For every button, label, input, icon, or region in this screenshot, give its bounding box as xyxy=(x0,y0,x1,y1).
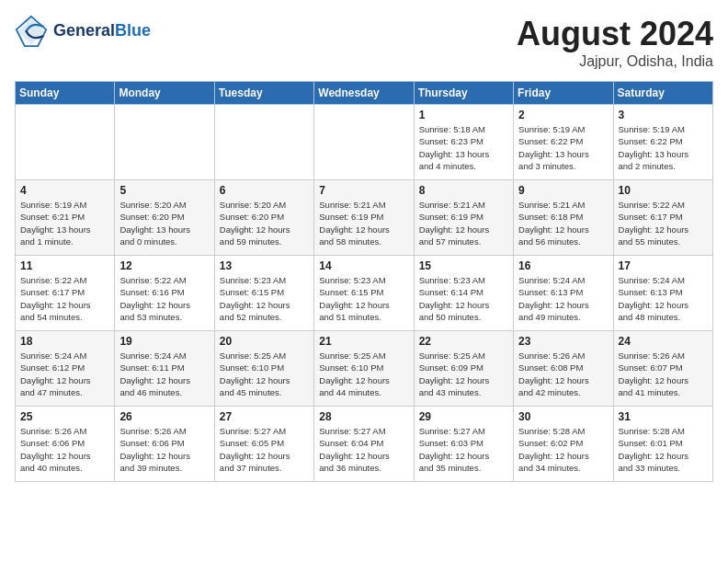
location: Jajpur, Odisha, India xyxy=(517,53,713,70)
calendar-body: 1Sunrise: 5:18 AMSunset: 6:23 PMDaylight… xyxy=(16,105,713,482)
day-number: 15 xyxy=(419,259,508,272)
header-row: SundayMondayTuesdayWednesdayThursdayFrid… xyxy=(16,82,713,105)
calendar-cell: 22Sunrise: 5:25 AMSunset: 6:09 PMDayligh… xyxy=(414,331,513,407)
day-info: Sunrise: 5:28 AMSunset: 6:02 PMDaylight:… xyxy=(518,425,608,474)
day-info: Sunrise: 5:21 AMSunset: 6:19 PMDaylight:… xyxy=(319,199,408,247)
day-number: 21 xyxy=(319,335,408,348)
day-number: 16 xyxy=(518,259,608,272)
calendar-cell xyxy=(115,105,214,180)
day-number: 31 xyxy=(619,410,708,423)
day-number: 18 xyxy=(20,335,109,348)
day-info: Sunrise: 5:25 AMSunset: 6:10 PMDaylight:… xyxy=(220,350,309,398)
week-row: 11Sunrise: 5:22 AMSunset: 6:17 PMDayligh… xyxy=(16,256,713,331)
day-info: Sunrise: 5:27 AMSunset: 6:03 PMDaylight:… xyxy=(419,425,508,474)
calendar-cell: 20Sunrise: 5:25 AMSunset: 6:10 PMDayligh… xyxy=(214,331,313,407)
week-row: 1Sunrise: 5:18 AMSunset: 6:23 PMDaylight… xyxy=(16,105,713,180)
day-number: 9 xyxy=(518,184,608,197)
day-number: 12 xyxy=(119,259,209,272)
day-info: Sunrise: 5:20 AMSunset: 6:20 PMDaylight:… xyxy=(220,199,309,247)
calendar-cell: 30Sunrise: 5:28 AMSunset: 6:02 PMDayligh… xyxy=(514,407,613,482)
day-info: Sunrise: 5:19 AMSunset: 6:22 PMDaylight:… xyxy=(619,123,708,172)
calendar-cell: 13Sunrise: 5:23 AMSunset: 6:15 PMDayligh… xyxy=(214,256,313,331)
day-info: Sunrise: 5:24 AMSunset: 6:13 PMDaylight:… xyxy=(619,274,708,323)
day-number: 11 xyxy=(20,259,109,272)
day-info: Sunrise: 5:19 AMSunset: 6:21 PMDaylight:… xyxy=(20,199,109,247)
day-info: Sunrise: 5:24 AMSunset: 6:13 PMDaylight:… xyxy=(518,274,608,323)
day-info: Sunrise: 5:28 AMSunset: 6:01 PMDaylight:… xyxy=(619,425,708,474)
day-number: 1 xyxy=(419,109,508,121)
day-number: 25 xyxy=(20,410,109,423)
calendar-cell: 27Sunrise: 5:27 AMSunset: 6:05 PMDayligh… xyxy=(214,407,313,482)
calendar-cell: 3Sunrise: 5:19 AMSunset: 6:22 PMDaylight… xyxy=(613,105,712,180)
day-info: Sunrise: 5:24 AMSunset: 6:12 PMDaylight:… xyxy=(20,350,109,398)
day-info: Sunrise: 5:26 AMSunset: 6:07 PMDaylight:… xyxy=(619,350,708,398)
calendar-cell: 5Sunrise: 5:20 AMSunset: 6:20 PMDaylight… xyxy=(115,180,214,256)
day-number: 5 xyxy=(119,184,209,197)
col-header-sunday: Sunday xyxy=(16,82,115,105)
calendar-cell xyxy=(16,105,115,180)
day-number: 2 xyxy=(518,109,608,121)
day-number: 10 xyxy=(619,184,708,197)
calendar-cell: 17Sunrise: 5:24 AMSunset: 6:13 PMDayligh… xyxy=(613,256,712,331)
calendar-cell: 4Sunrise: 5:19 AMSunset: 6:21 PMDaylight… xyxy=(16,180,115,256)
calendar-cell: 9Sunrise: 5:21 AMSunset: 6:18 PMDaylight… xyxy=(514,180,613,256)
calendar-cell: 16Sunrise: 5:24 AMSunset: 6:13 PMDayligh… xyxy=(514,256,613,331)
day-info: Sunrise: 5:23 AMSunset: 6:15 PMDaylight:… xyxy=(220,274,309,323)
col-header-wednesday: Wednesday xyxy=(314,82,414,105)
day-number: 17 xyxy=(619,259,708,272)
calendar-cell: 8Sunrise: 5:21 AMSunset: 6:19 PMDaylight… xyxy=(414,180,513,256)
day-info: Sunrise: 5:22 AMSunset: 6:17 PMDaylight:… xyxy=(619,199,708,247)
calendar-header: SundayMondayTuesdayWednesdayThursdayFrid… xyxy=(16,82,713,105)
calendar-cell: 14Sunrise: 5:23 AMSunset: 6:15 PMDayligh… xyxy=(314,256,414,331)
day-info: Sunrise: 5:21 AMSunset: 6:18 PMDaylight:… xyxy=(518,199,608,247)
day-number: 27 xyxy=(220,410,309,423)
week-row: 18Sunrise: 5:24 AMSunset: 6:12 PMDayligh… xyxy=(16,331,713,407)
week-row: 4Sunrise: 5:19 AMSunset: 6:21 PMDaylight… xyxy=(16,180,713,256)
calendar-cell xyxy=(214,105,313,180)
day-info: Sunrise: 5:19 AMSunset: 6:22 PMDaylight:… xyxy=(518,123,608,172)
calendar-cell: 11Sunrise: 5:22 AMSunset: 6:17 PMDayligh… xyxy=(16,256,115,331)
day-number: 6 xyxy=(220,184,309,197)
logo-icon xyxy=(15,15,48,48)
day-info: Sunrise: 5:27 AMSunset: 6:04 PMDaylight:… xyxy=(319,425,408,474)
calendar-cell: 28Sunrise: 5:27 AMSunset: 6:04 PMDayligh… xyxy=(314,407,414,482)
calendar-cell xyxy=(314,105,414,180)
day-info: Sunrise: 5:22 AMSunset: 6:17 PMDaylight:… xyxy=(20,274,109,323)
calendar-cell: 1Sunrise: 5:18 AMSunset: 6:23 PMDaylight… xyxy=(414,105,513,180)
day-info: Sunrise: 5:23 AMSunset: 6:15 PMDaylight:… xyxy=(319,274,408,323)
calendar-cell: 7Sunrise: 5:21 AMSunset: 6:19 PMDaylight… xyxy=(314,180,414,256)
calendar-cell: 2Sunrise: 5:19 AMSunset: 6:22 PMDaylight… xyxy=(514,105,613,180)
day-number: 29 xyxy=(419,410,508,423)
day-number: 13 xyxy=(220,259,309,272)
calendar-cell: 12Sunrise: 5:22 AMSunset: 6:16 PMDayligh… xyxy=(115,256,214,331)
day-number: 4 xyxy=(20,184,109,197)
day-number: 14 xyxy=(319,259,408,272)
day-info: Sunrise: 5:27 AMSunset: 6:05 PMDaylight:… xyxy=(220,425,309,474)
calendar-table: SundayMondayTuesdayWednesdayThursdayFrid… xyxy=(15,81,713,482)
day-info: Sunrise: 5:25 AMSunset: 6:10 PMDaylight:… xyxy=(319,350,408,398)
month-year: August 2024 xyxy=(517,15,713,53)
day-info: Sunrise: 5:21 AMSunset: 6:19 PMDaylight:… xyxy=(419,199,508,247)
calendar-cell: 10Sunrise: 5:22 AMSunset: 6:17 PMDayligh… xyxy=(613,180,712,256)
logo: GeneralBlue xyxy=(15,15,151,48)
col-header-friday: Friday xyxy=(514,82,613,105)
calendar-cell: 21Sunrise: 5:25 AMSunset: 6:10 PMDayligh… xyxy=(314,331,414,407)
day-number: 28 xyxy=(319,410,408,423)
day-info: Sunrise: 5:25 AMSunset: 6:09 PMDaylight:… xyxy=(419,350,508,398)
calendar-cell: 6Sunrise: 5:20 AMSunset: 6:20 PMDaylight… xyxy=(214,180,313,256)
col-header-tuesday: Tuesday xyxy=(214,82,313,105)
day-number: 20 xyxy=(220,335,309,348)
calendar-cell: 25Sunrise: 5:26 AMSunset: 6:06 PMDayligh… xyxy=(16,407,115,482)
col-header-monday: Monday xyxy=(115,82,214,105)
day-info: Sunrise: 5:23 AMSunset: 6:14 PMDaylight:… xyxy=(419,274,508,323)
day-number: 24 xyxy=(619,335,708,348)
day-info: Sunrise: 5:26 AMSunset: 6:06 PMDaylight:… xyxy=(119,425,209,474)
day-info: Sunrise: 5:24 AMSunset: 6:11 PMDaylight:… xyxy=(119,350,209,398)
day-number: 26 xyxy=(119,410,209,423)
calendar-cell: 19Sunrise: 5:24 AMSunset: 6:11 PMDayligh… xyxy=(115,331,214,407)
day-number: 19 xyxy=(119,335,209,348)
day-info: Sunrise: 5:26 AMSunset: 6:06 PMDaylight:… xyxy=(20,425,109,474)
logo-text-general: GeneralBlue xyxy=(53,22,151,40)
col-header-saturday: Saturday xyxy=(613,82,712,105)
calendar-cell: 29Sunrise: 5:27 AMSunset: 6:03 PMDayligh… xyxy=(414,407,513,482)
